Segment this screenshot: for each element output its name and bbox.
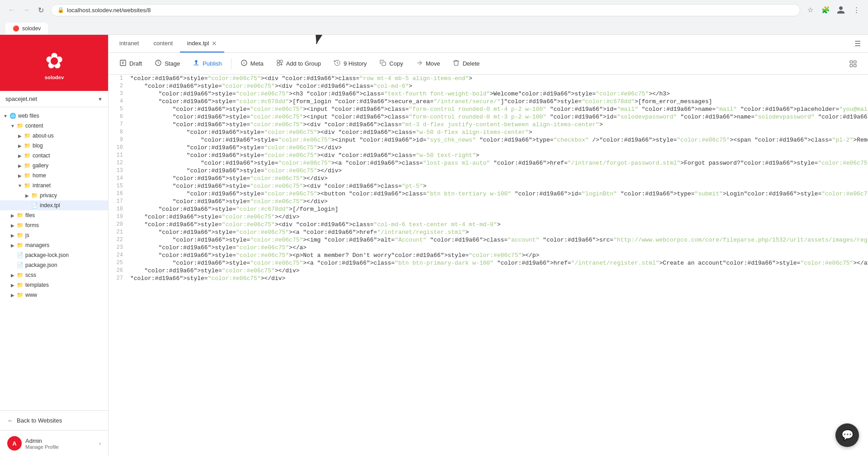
tree-label-web-files: web files (18, 113, 104, 119)
tab-intranet[interactable]: intranet (112, 35, 146, 52)
back-to-websites-button[interactable]: ← Back to Websites (0, 411, 108, 431)
code-editor[interactable]: 1"color:#d19a66">style="color:#e06c75"><… (108, 75, 868, 456)
line-content: "color:#d19a66">style="color:#e06c75"></… (127, 198, 868, 205)
draft-button[interactable]: Draft (114, 57, 147, 71)
line-number: 27 (108, 275, 127, 282)
line-content: "color:#d19a66">style="color:#e06c75"><d… (127, 75, 868, 82)
stage-button[interactable]: Stage (149, 57, 185, 71)
line-number: 9 (108, 136, 127, 143)
svg-rect-15 (854, 64, 856, 66)
tree-item-package-json[interactable]: 📄 package.json (0, 260, 108, 270)
tree-item-js[interactable]: ▶ 📁 js (0, 230, 108, 240)
toolbar: Draft Stage Publish i Meta (108, 53, 868, 75)
star-button[interactable]: ☆ (804, 4, 816, 16)
profile-info: Admin Manage Profile (25, 437, 95, 450)
draft-label: Draft (129, 60, 142, 67)
line-content: "color:#d19a66">style="color:#e06c75"><b… (127, 190, 868, 198)
code-line-22: 22 "color:#d19a66">style="color:#e06c75"… (108, 236, 868, 244)
workspace-selector[interactable]: spacejet.net ▼ (0, 91, 108, 107)
folder-icon-contact: 📁 (24, 152, 31, 159)
line-number: 26 (108, 267, 127, 274)
svg-text:✿: ✿ (45, 49, 63, 73)
tree-item-about-us[interactable]: ▶ 📁 about-us (0, 131, 108, 141)
history-button[interactable]: 9 History (328, 57, 372, 71)
tree-item-forms[interactable]: ▶ 📁 forms (0, 220, 108, 230)
history-label: 9 History (344, 60, 367, 67)
folder-icon-forms: 📁 (16, 222, 24, 229)
code-line-27: 27"color:#d19a66">style="color:#e06c75">… (108, 275, 868, 282)
meta-icon: i (241, 59, 248, 68)
history-icon (334, 59, 341, 68)
copy-button[interactable]: Copy (374, 57, 408, 71)
tree-item-home[interactable]: ▶ 📁 home (0, 171, 108, 180)
tree-item-web-files[interactable]: ▼ 🌐 web files (0, 111, 108, 121)
tree-item-files[interactable]: ▶ 📁 files (0, 210, 108, 220)
reload-button[interactable]: ↻ (34, 4, 47, 16)
line-content: "color:#d19a66">style="color:#e06c75"><p… (127, 252, 868, 259)
tree-item-index-tpl[interactable]: 📄 index.tpl (0, 200, 108, 210)
tree-label-files: files (25, 212, 104, 218)
chat-fab-button[interactable]: 💬 (835, 423, 859, 447)
tree-item-scss[interactable]: ▶ 📁 scss (0, 270, 108, 280)
code-line-20: 20 "color:#d19a66">style="color:#e06c75"… (108, 221, 868, 228)
line-number: 15 (108, 182, 127, 190)
delete-button[interactable]: Delete (447, 57, 485, 71)
profile-section[interactable]: A Admin Manage Profile › (0, 431, 108, 456)
tree-item-templates[interactable]: ▶ 📁 templates (0, 280, 108, 290)
publish-button[interactable]: Publish (187, 57, 227, 71)
workspace-name: spacejet.net (5, 95, 37, 102)
line-content: "color:#d19a66">style="color:#e06c75"></… (127, 267, 868, 275)
code-line-13: 13 "color:#d19a66">style="color:#e06c75"… (108, 167, 868, 175)
avatar-initials: A (12, 440, 16, 447)
tree-item-intranet[interactable]: ▼ 📁 intranet (0, 180, 108, 190)
address-bar[interactable]: 🔒 localhost.solodev.net/websites/8 (51, 4, 800, 16)
tree-item-blog[interactable]: ▶ 📁 blog (0, 141, 108, 151)
line-number: 8 (108, 128, 127, 136)
line-number: 11 (108, 152, 127, 159)
add-to-group-button[interactable]: Add to Group (271, 57, 326, 71)
line-content: "color:#d19a66">style="color:#e06c75"></… (127, 175, 868, 182)
tree-item-content[interactable]: ▼ 📁 content (0, 121, 108, 131)
tree-item-www[interactable]: ▶ 📁 www (0, 290, 108, 300)
line-content: "color:#d19a66">style="color:#e06c75"><d… (127, 182, 868, 190)
tab-content[interactable]: content (146, 35, 180, 52)
tree-item-gallery[interactable]: ▶ 📁 gallery (0, 161, 108, 171)
code-line-21: 21 "color:#d19a66">style="color:#e06c75"… (108, 228, 868, 236)
tree-label-content: content (25, 123, 104, 129)
meta-button[interactable]: i Meta (235, 57, 269, 71)
tree-item-contact[interactable]: ▶ 📁 contact (0, 151, 108, 161)
files-button[interactable] (844, 57, 863, 71)
browser-tab-solodev[interactable]: 🔴 solodev (5, 23, 48, 34)
sidebar-bottom: ← Back to Websites A Admin Manage Profil… (0, 410, 108, 456)
tree-toggle-content: ▼ (9, 122, 16, 129)
line-content: "color:#d19a66">style="color:#e06c75"><d… (127, 128, 868, 136)
address-bar-url: localhost.solodev.net/websites/8 (67, 7, 151, 14)
file-tree: ▼ 🌐 web files ▼ 📁 content ▶ 📁 about-us ▶… (0, 107, 108, 410)
back-button[interactable]: ← (5, 4, 18, 16)
line-content: "color:#d19a66">style="color:#e06c75"><h… (127, 90, 868, 98)
tree-label-package-lock: package-lock.json (25, 252, 104, 258)
editor-tabs-menu-icon[interactable]: ☰ (851, 39, 864, 48)
line-content: "color:#d19a66">style="color:#c678dd">[f… (127, 98, 868, 105)
account-button[interactable] (835, 4, 847, 16)
menu-button[interactable]: ⋮ (850, 4, 863, 16)
tree-spacer-package-json (9, 261, 16, 269)
line-number: 17 (108, 198, 127, 205)
line-number: 18 (108, 205, 127, 213)
move-button[interactable]: Move (410, 57, 446, 71)
forward-button[interactable]: → (20, 4, 33, 16)
publish-icon (193, 59, 200, 68)
tree-item-managers[interactable]: ▶ 📁 managers (0, 240, 108, 250)
code-line-12: 12 "color:#d19a66">style="color:#e06c75"… (108, 159, 868, 167)
extensions-button[interactable]: 🧩 (819, 4, 832, 16)
folder-icon-privacy: 📁 (31, 192, 38, 199)
tree-toggle-intranet: ▼ (16, 182, 24, 189)
tree-toggle-scss: ▶ (9, 271, 16, 279)
tree-item-package-lock[interactable]: 📄 package-lock.json (0, 250, 108, 260)
svg-rect-10 (277, 63, 279, 66)
tree-item-privacy[interactable]: ▶ 📁 privacy (0, 190, 108, 200)
tab-index-tpl[interactable]: index.tpl ✕ (180, 35, 224, 52)
tab-close-icon[interactable]: ✕ (212, 40, 217, 47)
line-number: 14 (108, 175, 127, 182)
tree-toggle-managers: ▶ (9, 242, 16, 249)
